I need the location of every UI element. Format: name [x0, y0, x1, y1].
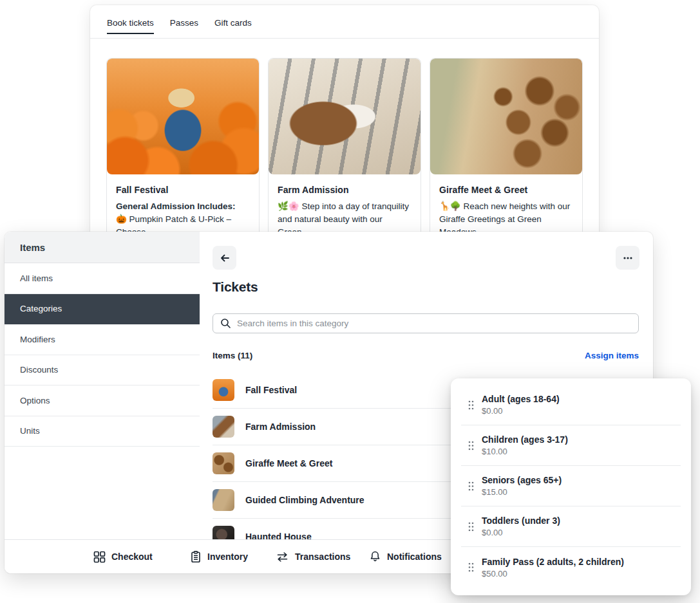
- drag-handle-icon[interactable]: [468, 521, 475, 532]
- variation-name: Seniors (ages 65+): [482, 475, 562, 485]
- variation-row-adult[interactable]: Adult (ages 18-64) $0.00: [461, 385, 681, 425]
- item-name: Farm Admission: [245, 422, 316, 432]
- search-input[interactable]: [213, 313, 639, 333]
- variation-price: $15.00: [482, 487, 562, 497]
- sidebar-item-modifiers[interactable]: Modifiers: [5, 324, 200, 355]
- bell-icon: [369, 550, 381, 563]
- drag-handle-icon[interactable]: [468, 562, 475, 573]
- variation-name: Toddlers (under 3): [482, 515, 560, 526]
- items-count: Items (11): [213, 351, 252, 360]
- item-name: Fall Festival: [245, 385, 297, 395]
- arrow-left-icon: [219, 252, 231, 264]
- card-title: Farm Admission: [278, 185, 411, 195]
- card-giraffe-meet-greet[interactable]: Giraffe Meet & Greet 🦒🌳 Reach new height…: [430, 58, 583, 248]
- nav-item-transactions[interactable]: Transactions: [276, 540, 350, 573]
- variation-row-children[interactable]: Children (ages 3-17) $10.00: [461, 425, 681, 466]
- item-thumbnail: [213, 489, 234, 511]
- screen: Book tickets Passes Gift cards Fall Fest…: [0, 0, 700, 603]
- item-thumbnail: [213, 452, 234, 474]
- ellipsis-icon: [623, 256, 633, 260]
- nav-item-checkout[interactable]: Checkout: [93, 540, 153, 573]
- variation-price: $0.00: [482, 406, 560, 416]
- variation-price: $0.00: [482, 528, 560, 537]
- sidebar-item-discounts[interactable]: Discounts: [5, 355, 200, 386]
- ticket-variations-panel: Adult (ages 18-64) $0.00 Children (ages …: [451, 378, 691, 595]
- grid-icon: [93, 551, 106, 563]
- more-options-button[interactable]: [616, 246, 639, 270]
- sidebar-item-units[interactable]: Units: [5, 416, 200, 447]
- ticket-cards: Fall Festival General Admission Includes…: [90, 39, 599, 248]
- search-icon: [220, 318, 231, 329]
- card-image-giraffe: [430, 59, 582, 174]
- assign-items-link[interactable]: Assign items: [585, 351, 639, 360]
- tab-gift-cards[interactable]: Gift cards: [214, 17, 252, 30]
- back-button[interactable]: [213, 246, 236, 270]
- card-title: Fall Festival: [116, 185, 250, 195]
- item-thumbnail: [213, 416, 234, 438]
- variation-row-family-pass[interactable]: Family Pass (2 adults, 2 children) $50.0…: [461, 547, 681, 588]
- nav-item-inventory[interactable]: Inventory: [190, 540, 248, 573]
- variation-price: $10.00: [482, 447, 568, 456]
- variation-name: Adult (ages 18-64): [482, 394, 560, 404]
- item-thumbnail: [213, 379, 234, 401]
- card-image-pumpkin-patch: [107, 59, 259, 174]
- variation-row-seniors[interactable]: Seniors (ages 65+) $15.00: [461, 466, 681, 506]
- items-list-header: Items (11) Assign items: [213, 351, 639, 360]
- sidebar-item-options[interactable]: Options: [5, 385, 200, 416]
- card-fall-festival[interactable]: Fall Festival General Admission Includes…: [106, 58, 260, 248]
- variation-name: Children (ages 3-17): [482, 434, 568, 445]
- nav-item-notifications[interactable]: Notifications: [369, 540, 442, 573]
- tab-passes[interactable]: Passes: [170, 17, 198, 30]
- swap-arrows-icon: [276, 552, 289, 562]
- sidebar-item-all-items[interactable]: All items: [5, 263, 200, 294]
- items-sidebar: Items All items Categories Modifiers Dis…: [5, 232, 200, 539]
- item-name: Giraffe Meet & Greet: [245, 458, 332, 468]
- sidebar-title: Items: [5, 232, 200, 263]
- clipboard-icon: [190, 551, 202, 563]
- variation-price: $50.00: [482, 569, 624, 579]
- sidebar-item-categories[interactable]: Categories: [5, 294, 200, 325]
- drag-handle-icon[interactable]: [468, 440, 475, 451]
- card-farm-admission[interactable]: Farm Admission 🌿🌸 Step into a day of tra…: [268, 58, 421, 248]
- card-title: Giraffe Meet & Greet: [439, 185, 573, 195]
- drag-handle-icon[interactable]: [468, 400, 475, 411]
- tab-book-tickets[interactable]: Book tickets: [107, 17, 154, 34]
- variation-name: Family Pass (2 adults, 2 children): [482, 557, 624, 567]
- card-image-goat: [269, 59, 421, 174]
- item-name: Guided Climbing Adventure: [245, 495, 364, 505]
- page-title: Tickets: [213, 279, 258, 295]
- booking-tabbar: Book tickets Passes Gift cards: [90, 5, 599, 39]
- variation-row-toddlers[interactable]: Toddlers (under 3) $0.00: [461, 506, 681, 547]
- drag-handle-icon[interactable]: [468, 481, 475, 492]
- booking-window: Book tickets Passes Gift cards Fall Fest…: [90, 5, 599, 236]
- search-bar: [213, 313, 639, 333]
